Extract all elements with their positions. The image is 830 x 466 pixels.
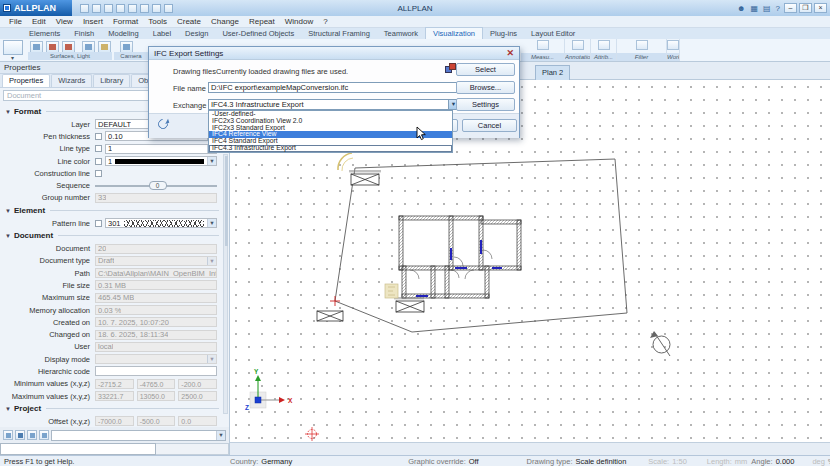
status-item[interactable]: Length:mm [707, 457, 748, 466]
status-item[interactable]: Scale:1:50 [648, 457, 686, 466]
checkbox[interactable] [95, 133, 102, 140]
panel-bottom: ▼ [0, 427, 230, 455]
value-field[interactable]: 1 ▼ [105, 144, 217, 154]
dropdown-arrow-icon[interactable]: ▼ [207, 257, 216, 265]
value-field[interactable]: 301 ▼ [105, 218, 217, 228]
checkbox[interactable] [95, 145, 102, 152]
property-row: Memory allocation 0.03 % ▼ 0.03 % [0, 304, 229, 316]
group-icon [636, 40, 648, 50]
group-measure[interactable]: Measu... [521, 39, 565, 61]
file-name-input[interactable]: D:\IFC export\exampleMapConversion.ifc [208, 82, 459, 93]
menu-item[interactable]: Repeat [244, 17, 280, 26]
status-item[interactable]: Drawing type:Scale definition [527, 457, 627, 466]
value-field[interactable]: 0.03 % ▼ [95, 305, 217, 315]
sequence-slider[interactable]: 0 [95, 180, 217, 192]
survey-marker-north[interactable] [351, 174, 379, 185]
status-item[interactable]: Angle:0.000 [751, 457, 794, 466]
value-field[interactable]: local ▼ [95, 342, 217, 352]
dropdown-option[interactable]: IFC4.3 Infrastructure Export [209, 145, 452, 152]
menu-item[interactable]: View [51, 17, 78, 26]
viewport-tab-plan2[interactable]: Plan 2 [535, 65, 570, 80]
panel-scrollbar[interactable] [223, 154, 228, 414]
ribbon-tab[interactable]: Modeling [101, 28, 145, 39]
axis-label-x: X [288, 397, 293, 404]
status-item[interactable]: Graphic override:Off [408, 457, 478, 466]
dialog-line-input[interactable] [0, 443, 156, 455]
match-parameters-icon[interactable] [3, 430, 13, 440]
menu-item[interactable]: File [4, 17, 27, 26]
checkbox[interactable] [95, 220, 102, 227]
save-favorite-icon[interactable] [39, 430, 49, 440]
ribbon-tab[interactable]: Structural Framing [301, 28, 377, 39]
status-item[interactable]: deg [812, 457, 828, 466]
value-field[interactable]: 10. 7. 2025, 10:07:20 ▼ [95, 317, 217, 327]
menu-item[interactable]: ? [318, 17, 332, 26]
legend-block[interactable] [385, 284, 398, 298]
menu-item[interactable]: Insert [78, 17, 108, 26]
survey-marker-south[interactable] [396, 301, 424, 312]
ribbon-tab[interactable]: Finish [67, 28, 101, 39]
value-field[interactable]: C:\Data\Allplan\MAIN_OpenBIM_Interfaces … [95, 268, 217, 278]
ribbon-right-groups: Measu... Annotations Attrib... Filter [521, 39, 680, 61]
settings-button[interactable]: Settings [456, 98, 515, 111]
building-plan[interactable] [397, 214, 523, 302]
ribbon-tab[interactable]: Design [178, 28, 215, 39]
select-button[interactable]: Select [456, 63, 515, 76]
load-favorite-icon[interactable] [27, 430, 37, 440]
group-filter[interactable]: Filter [617, 39, 667, 61]
exchange-profile-combobox[interactable]: IFC4.3 Infrastructure Export ▼ [208, 99, 459, 110]
menu-item[interactable]: Edit [27, 17, 51, 26]
dropdown-arrow-icon[interactable]: ▼ [207, 355, 216, 363]
menu-item[interactable]: Tools [143, 17, 172, 26]
browse-button[interactable]: Browse... [456, 81, 515, 94]
reset-icon[interactable] [156, 117, 170, 131]
checkbox[interactable] [95, 170, 102, 177]
dropdown-arrow-icon[interactable]: ▼ [207, 157, 216, 165]
value-field[interactable]: 33 ▼ [95, 193, 217, 203]
value-field[interactable]: ▼ [95, 366, 217, 376]
value-field[interactable]: 1 ▼ [105, 156, 217, 166]
dropdown-option[interactable]: IFC2x3 Coordination View 2.0 [209, 118, 452, 125]
group-attributes[interactable]: Attrib... [591, 39, 617, 61]
ribbon-tab[interactable]: Visualization [425, 27, 483, 39]
menu-item[interactable]: Change [206, 17, 244, 26]
render-tool-button[interactable] [3, 40, 23, 55]
section-header[interactable]: ▼ Project [0, 402, 229, 415]
value-field[interactable]: 18. 6. 2025, 18:11:34 ▼ [95, 330, 217, 340]
value-field[interactable]: 20 ▼ [95, 244, 217, 254]
group-annotations[interactable]: Annotations [565, 39, 591, 61]
ribbon-tab[interactable]: Layout Editor [524, 28, 582, 39]
group-work-environment[interactable]: Work Enviro... [667, 39, 680, 61]
menu-item[interactable]: Window [280, 17, 318, 26]
panel-tab[interactable]: Properties [2, 74, 50, 87]
ribbon-tab[interactable]: Elements [22, 28, 67, 39]
ribbon-tab[interactable]: User-Defined Objects [215, 28, 301, 39]
dropdown-option[interactable]: -User-defined- [209, 111, 452, 118]
cancel-button[interactable]: Cancel [462, 119, 517, 132]
property-row: Construction line ▼ [0, 167, 229, 179]
checkbox[interactable] [95, 158, 102, 165]
menu-item[interactable]: Create [172, 17, 206, 26]
dialog-title-bar[interactable]: IFC Export Settings ✕ [149, 47, 519, 60]
panel-tab[interactable]: Library [93, 74, 130, 87]
value-field[interactable]: ▼ [95, 354, 217, 364]
dropdown-arrow-icon[interactable]: ▼ [207, 219, 216, 227]
transfer-parameters-icon[interactable] [15, 430, 25, 440]
xyz-fields: -2715.2 -4765.0 -200.0 [95, 379, 217, 389]
section-header[interactable]: ▼ Element [0, 204, 229, 217]
favorites-combobox[interactable]: ▼ [51, 430, 226, 441]
allplan-window: ALLPLAN ALLPLAN ☻▦▤? –❐× FileEditViewIns… [0, 0, 830, 466]
menu-item[interactable]: Format [108, 17, 143, 26]
value-field[interactable]: Draft ▼ [95, 256, 217, 266]
value-field[interactable]: 0.31 MB ▼ [95, 280, 217, 290]
value-field[interactable]: 465.45 MB ▼ [95, 293, 217, 303]
status-item[interactable]: Country:Germany [230, 457, 292, 466]
survey-marker-west[interactable] [317, 311, 343, 321]
ribbon-tab[interactable]: Label [146, 28, 178, 39]
ribbon-tab[interactable]: Plug-ins [483, 28, 524, 39]
ribbon-tab[interactable]: Teamwork [377, 28, 425, 39]
north-arrow-symbol[interactable] [650, 331, 670, 356]
dialog-close-icon[interactable]: ✕ [506, 48, 514, 58]
panel-tab[interactable]: Wizards [51, 74, 92, 87]
section-header[interactable]: ▼ Document [0, 229, 229, 242]
